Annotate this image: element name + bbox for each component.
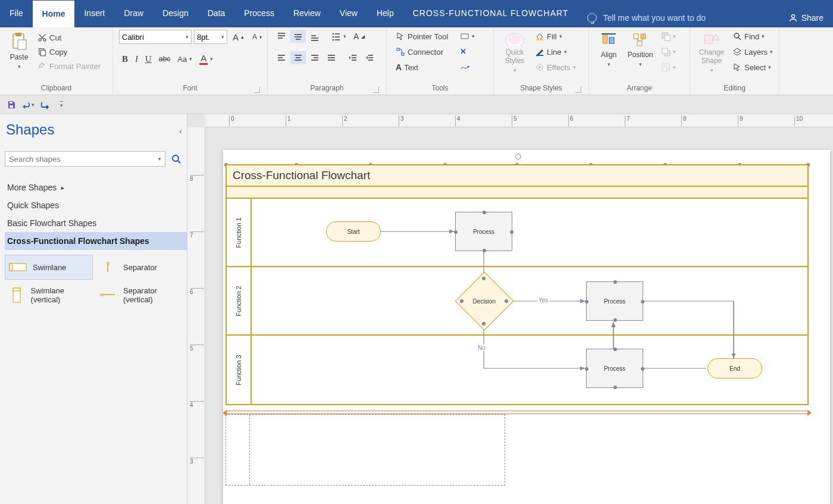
shapestyles-launcher-icon[interactable]	[575, 87, 581, 93]
tab-data[interactable]: Data	[198, 0, 235, 27]
pointer-tool-button[interactable]: Pointer Tool	[393, 30, 451, 43]
change-shape-button[interactable]: Change Shape▾	[696, 30, 727, 75]
tab-process[interactable]: Process	[234, 0, 284, 27]
tab-design[interactable]: Design	[153, 0, 198, 27]
align-right-button[interactable]	[307, 51, 322, 64]
clear-format-button[interactable]: A◢	[350, 30, 368, 43]
connector-tool-button[interactable]: Connector	[393, 45, 451, 58]
layers-button[interactable]: Layers▾	[729, 45, 776, 58]
tab-file[interactable]: File	[0, 0, 33, 27]
svg-rect-20	[335, 36, 340, 37]
tab-review[interactable]: Review	[284, 0, 330, 27]
fill-button[interactable]: Fill▾	[532, 30, 579, 43]
select-button[interactable]: Select▾	[729, 61, 776, 74]
position-icon	[631, 32, 649, 48]
font-launcher-icon[interactable]	[254, 87, 260, 93]
effects-button[interactable]: Effects▾	[532, 61, 579, 74]
svg-rect-36	[352, 57, 356, 58]
shape-swimlane[interactable]: Swimlane	[5, 255, 93, 280]
strike-button[interactable]: abc	[156, 53, 173, 65]
end-node[interactable]: End	[707, 358, 762, 378]
increase-indent-button[interactable]	[362, 51, 377, 64]
align-bottom-button[interactable]	[307, 30, 322, 43]
italic-button[interactable]: I	[132, 52, 141, 66]
tab-home[interactable]: Home	[33, 0, 75, 27]
rotate-handle[interactable]	[515, 154, 521, 159]
copy-button[interactable]: Copy	[35, 45, 104, 58]
change-case-button[interactable]: Aa▾	[174, 53, 195, 65]
bring-front-button[interactable]: ▾	[658, 30, 679, 43]
grow-font-button[interactable]: A▴	[230, 30, 247, 44]
swimlane-title[interactable]: Cross-Functional Flowchart	[227, 165, 807, 187]
align-middle-button[interactable]	[290, 30, 306, 43]
search-button[interactable]	[169, 152, 183, 166]
align-top-button[interactable]	[274, 30, 289, 43]
qat-customize-button[interactable]: ▾	[55, 98, 68, 111]
font-size-select[interactable]: 8pt.▾	[194, 30, 227, 44]
lane-2[interactable]: Function 2 Yes No Decision	[227, 267, 807, 336]
group-icon	[661, 62, 671, 72]
paste-button[interactable]: Paste ▾	[6, 30, 32, 75]
decrease-indent-button[interactable]	[345, 51, 361, 64]
bullets-button[interactable]: ▾	[328, 30, 349, 43]
format-painter-button[interactable]: Format Painter	[35, 60, 104, 73]
align-justify-button[interactable]	[324, 51, 339, 64]
font-color-button[interactable]: A▾	[196, 51, 216, 67]
page[interactable]: Cross-Functional Flowchart Function 1 St…	[223, 150, 830, 504]
stencil-more[interactable]: More Shapes▸	[5, 179, 187, 196]
swimlane-container[interactable]: Cross-Functional Flowchart Function 1 St…	[226, 164, 809, 405]
tab-draw[interactable]: Draw	[114, 0, 153, 27]
shape-separator[interactable]: Separator	[95, 255, 183, 280]
start-node[interactable]: Start	[326, 221, 381, 242]
send-back-button[interactable]: ▾	[658, 45, 679, 58]
line-button[interactable]: Line▾	[532, 45, 579, 58]
paragraph-launcher-icon[interactable]	[373, 87, 379, 93]
find-button[interactable]: Find▾	[729, 30, 776, 43]
align-button[interactable]: Align▾	[595, 30, 622, 75]
quick-styles-button[interactable]: Quick Styles▾	[500, 30, 530, 75]
swimlane-phase-header[interactable]	[227, 187, 807, 199]
shapes-title: Shapes	[5, 121, 187, 138]
align-center-button[interactable]	[290, 51, 306, 64]
align-left-button[interactable]	[274, 51, 289, 64]
save-button[interactable]	[5, 98, 18, 111]
undo-button[interactable]: ▾	[21, 98, 35, 111]
ink-tool-button[interactable]	[457, 60, 478, 73]
bold-button[interactable]: B	[119, 52, 131, 66]
underline-button[interactable]: U	[142, 52, 155, 66]
lane-3[interactable]: Function 3 Process End	[227, 336, 807, 404]
shrink-font-button[interactable]: A▾	[249, 31, 265, 43]
process-node-3[interactable]: Process	[586, 349, 643, 388]
tab-view[interactable]: View	[330, 0, 367, 27]
position-button[interactable]: Position▾	[625, 30, 656, 75]
lightbulb-icon	[587, 13, 597, 23]
tab-help[interactable]: Help	[367, 0, 403, 27]
search-icon	[171, 154, 181, 164]
connection-point-button[interactable]: ✕	[457, 45, 478, 58]
stencil-crossfunc[interactable]: Cross-Functional Flowchart Shapes	[5, 232, 187, 250]
share-button[interactable]: Share	[779, 0, 833, 27]
process-node-1[interactable]: Process	[455, 212, 512, 251]
lane-1-label[interactable]: Function 1	[227, 199, 252, 266]
process-node-2[interactable]: Process	[586, 281, 643, 321]
search-shapes-input[interactable]: Search shapes▾	[5, 151, 165, 167]
tell-me[interactable]: Tell me what you want to do	[578, 0, 715, 27]
tab-insert[interactable]: Insert	[74, 0, 114, 27]
redo-button[interactable]	[38, 98, 51, 111]
lane-1[interactable]: Function 1 Start Process	[227, 199, 807, 267]
lane-2-label[interactable]: Function 2	[227, 267, 252, 334]
canvas[interactable]: 0 1 2 3 4 5 6 7 8 9 10 8 7 6 5 4 3	[187, 114, 833, 504]
svg-point-44	[468, 66, 469, 68]
stencil-quick[interactable]: Quick Shapes	[5, 196, 187, 214]
stencil-basic[interactable]: Basic Flowchart Shapes	[5, 214, 187, 232]
font-family-select[interactable]: Calibri▾	[119, 30, 192, 44]
text-tool-button[interactable]: AText	[393, 61, 451, 74]
shape-separator-v[interactable]: Separator (vertical)	[95, 281, 183, 309]
collapse-panel-button[interactable]: ‹	[179, 126, 182, 136]
group-button[interactable]: ▾	[658, 61, 679, 74]
lane-3-label[interactable]: Function 3	[227, 336, 252, 404]
cut-button[interactable]: Cut	[35, 31, 104, 44]
rectangle-tool-button[interactable]: ▾	[457, 30, 478, 43]
svg-line-58	[641, 39, 643, 41]
shape-swimlane-v[interactable]: Swimlane (vertical)	[5, 281, 93, 309]
